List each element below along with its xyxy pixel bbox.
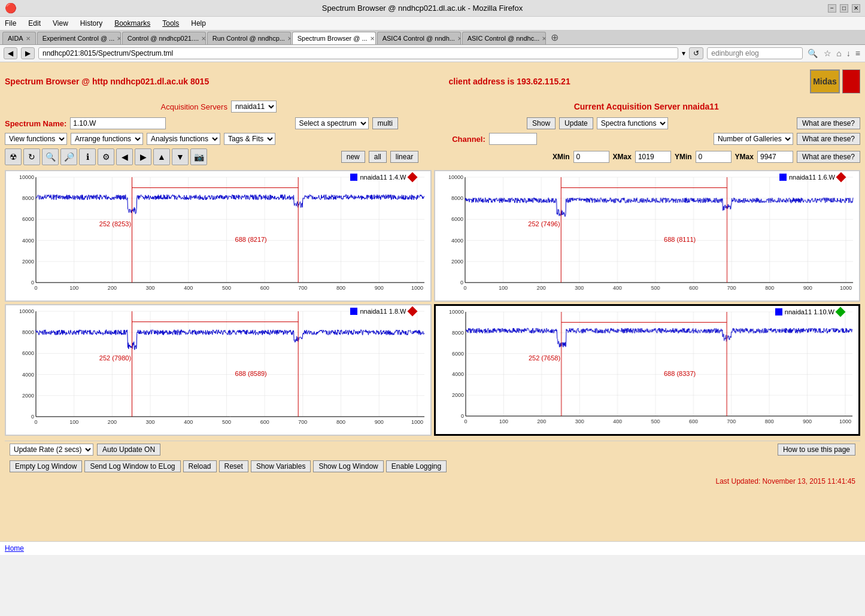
tab-asic[interactable]: ASIC Control @ nndhc... ✕ [462, 32, 546, 44]
tags-fits-dropdown[interactable]: Tags & Fits [224, 133, 275, 145]
all-button[interactable]: all [369, 151, 387, 163]
down-icon[interactable]: ▼ [172, 148, 189, 165]
menu-help[interactable]: Help [189, 18, 208, 29]
how-to-button[interactable]: How to use this page [778, 444, 855, 456]
tab-aida-close[interactable]: ✕ [26, 35, 31, 42]
chart-2-canvas [435, 171, 860, 301]
new-tab-button[interactable]: ⊕ [547, 31, 562, 44]
zoom-out-icon[interactable]: 🔎 [60, 148, 77, 165]
enable-logging-button[interactable]: Enable Logging [386, 460, 447, 472]
search-icon[interactable]: 🔍 [806, 47, 819, 59]
show-variables-button[interactable]: Show Variables [251, 460, 311, 472]
bottom-right: How to use this page [778, 444, 855, 456]
menu-tools[interactable]: Tools [160, 18, 181, 29]
chart-2-legend-diamond [836, 172, 846, 183]
chart-1[interactable]: nnaida11 1.4.W 252 (8253) 688 (8217) [5, 170, 432, 302]
radiation-icon[interactable]: ☢ [5, 148, 22, 165]
refresh-icon[interactable]: ↻ [23, 148, 40, 165]
show-log-button[interactable]: Show Log Window [313, 460, 383, 472]
zoom-in-icon[interactable]: 🔍 [42, 148, 59, 165]
tab-asic4-close[interactable]: ✕ [457, 35, 461, 42]
tab-control-close[interactable]: ✕ [201, 35, 206, 42]
update-rate-dropdown[interactable]: Update Rate (2 secs) [10, 444, 93, 456]
back-button[interactable]: ◀ [4, 47, 17, 59]
channel-input[interactable] [489, 133, 537, 145]
chart-4[interactable]: nnaida11 1.10.W 252 (7658) 688 (8337) [434, 304, 861, 436]
chart-4-annotation2: 688 (8337) [664, 370, 696, 377]
bookmark-icon[interactable]: ☆ [822, 47, 833, 59]
tab-spectrum[interactable]: Spectrum Browser @ ... ✕ [292, 32, 376, 44]
info-icon[interactable]: ℹ [79, 148, 96, 165]
tab-aida[interactable]: AIDA ✕ [2, 32, 36, 44]
reload-nav-button[interactable]: ↺ [689, 47, 703, 59]
what-are-these3-button[interactable]: What are these? [797, 151, 860, 163]
ymin-label: YMin [675, 153, 692, 161]
menu-view[interactable]: View [50, 18, 71, 29]
last-updated: Last Updated: November 13, 2015 11:41:45 [5, 475, 860, 488]
left-icon[interactable]: ◀ [116, 148, 133, 165]
xmin-input[interactable] [573, 151, 609, 163]
tab-control[interactable]: Control @ nndhcp021.... ✕ [122, 32, 206, 44]
analysis-functions-dropdown[interactable]: Analysis functions [147, 133, 220, 145]
chart-1-canvas [6, 171, 430, 301]
empty-log-button[interactable]: Empty Log Window [10, 460, 82, 472]
tab-asic4[interactable]: ASIC4 Control @ nndh... ✕ [377, 32, 461, 44]
up-icon[interactable]: ▲ [153, 148, 170, 165]
xmax-input[interactable] [635, 151, 671, 163]
arrange-functions-dropdown[interactable]: Arrange functions [71, 133, 143, 145]
spectra-functions-dropdown[interactable]: Spectra functions [597, 117, 668, 129]
address-bar: ◀ ▶ ▾ ↺ 🔍 ☆ ⌂ ↓ ≡ [0, 45, 865, 62]
acq-server-select[interactable]: nnaida11 [231, 101, 277, 113]
home-nav-icon[interactable]: ⌂ [835, 47, 842, 59]
download-icon[interactable]: ↓ [845, 47, 852, 59]
view-functions-dropdown[interactable]: View functions [5, 133, 67, 145]
ymax-input[interactable] [757, 151, 793, 163]
update-button[interactable]: Update [559, 117, 593, 129]
menu-bookmarks[interactable]: Bookmarks [112, 18, 153, 29]
right-icon[interactable]: ▶ [135, 148, 151, 165]
tab-asic-close[interactable]: ✕ [542, 35, 545, 42]
multi-button[interactable]: multi [372, 117, 398, 129]
menu-icon[interactable]: ≡ [854, 47, 861, 59]
chart-3[interactable]: nnaida11 1.8.W 252 (7980) 688 (8589) [5, 304, 432, 436]
show-button[interactable]: Show [527, 117, 556, 129]
minimize-button[interactable]: − [828, 4, 836, 13]
tab-runcontrol[interactable]: Run Control @ nndhcp... ✕ [207, 32, 291, 44]
chart-2[interactable]: nnaida11 1.6.W 252 (7496) 688 (8111) [434, 170, 861, 302]
close-button[interactable]: ✕ [852, 4, 860, 13]
tab-asic4-label: ASIC4 Control @ nndh... [383, 35, 455, 42]
menu-edit[interactable]: Edit [26, 18, 43, 29]
new-button[interactable]: new [341, 151, 365, 163]
window-controls[interactable]: − □ ✕ [828, 4, 860, 13]
charts-container: nnaida11 1.4.W 252 (8253) 688 (8217) nna… [5, 170, 860, 436]
tab-aida-label: AIDA [8, 35, 23, 42]
acq-server-row: Acquisition Servers nnaida11 Current Acq… [5, 101, 860, 113]
menu-history[interactable]: History [78, 18, 105, 29]
select-spectrum-dropdown[interactable]: Select a spectrum [295, 117, 369, 129]
address-dropdown-icon[interactable]: ▾ [682, 49, 685, 57]
tab-runcontrol-close[interactable]: ✕ [287, 35, 291, 42]
linear-button[interactable]: linear [390, 151, 418, 163]
ymin-input[interactable] [696, 151, 732, 163]
what-are-these2-button[interactable]: What are these? [797, 133, 860, 145]
search-input[interactable] [707, 47, 803, 59]
reset-button[interactable]: Reset [219, 460, 248, 472]
address-input[interactable] [38, 47, 678, 59]
num-galleries-dropdown[interactable]: Number of Galleries [714, 133, 793, 145]
chart-2-legend-text: nnaida11 1.6.W [789, 174, 835, 181]
send-log-button[interactable]: Send Log Window to ELog [84, 460, 180, 472]
auto-update-button[interactable]: Auto Update ON [97, 444, 160, 456]
settings-icon[interactable]: ⚙ [98, 148, 114, 165]
home-link[interactable]: Home [5, 544, 24, 553]
menu-file[interactable]: File [2, 18, 19, 29]
reload-button[interactable]: Reload [183, 460, 217, 472]
what-are-these1-button[interactable]: What are these? [797, 117, 860, 129]
restore-button[interactable]: □ [840, 4, 848, 13]
tab-experiment-close[interactable]: ✕ [117, 35, 120, 42]
tab-experiment[interactable]: Experiment Control @ ... ✕ [37, 32, 121, 44]
chart-2-annotation2: 688 (8111) [664, 236, 696, 243]
snapshot-icon[interactable]: 📷 [190, 148, 207, 165]
forward-button[interactable]: ▶ [21, 47, 35, 59]
spectrum-name-input[interactable] [70, 117, 166, 129]
tab-spectrum-close[interactable]: ✕ [370, 35, 375, 42]
